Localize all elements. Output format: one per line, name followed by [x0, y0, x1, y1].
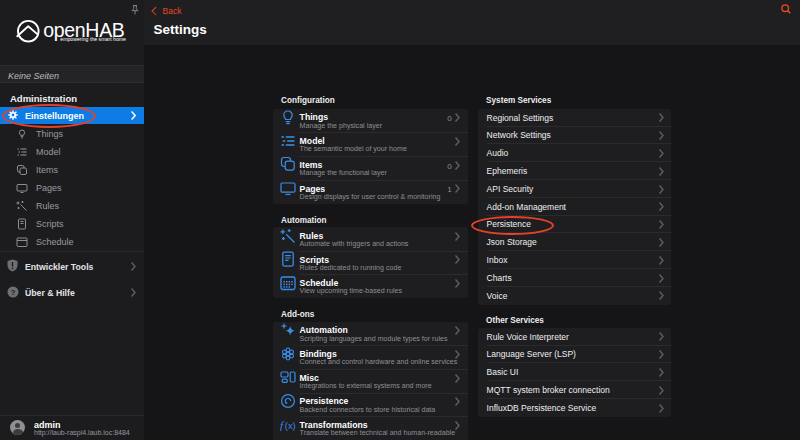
svg-text:?: ? [11, 287, 16, 296]
svg-text:(x): (x) [284, 419, 295, 430]
svg-text:empowering the smart home: empowering the smart home [60, 36, 126, 42]
